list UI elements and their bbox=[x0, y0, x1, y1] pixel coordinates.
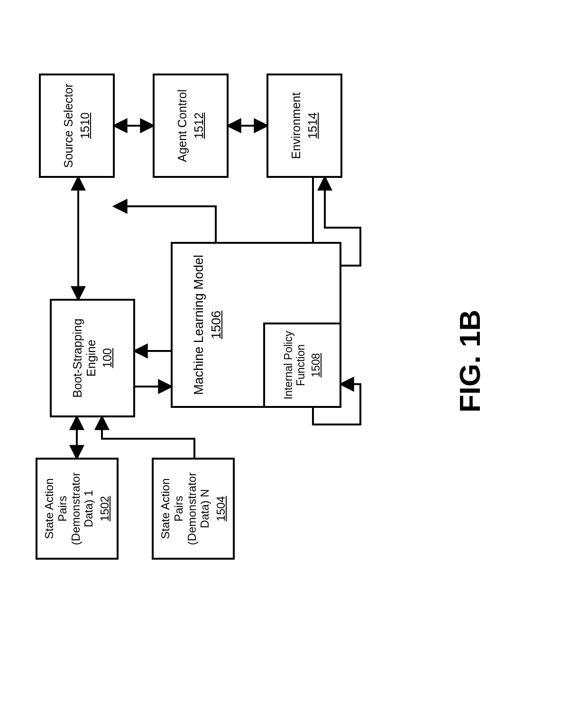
label-boot-strapping-engine: Boot-Strapping Engine bbox=[71, 305, 98, 411]
ref-environment: 1514 bbox=[306, 112, 320, 139]
ref-source-selector: 1510 bbox=[78, 112, 92, 139]
label-state-action-pairs-1: State Action Pairs (Demonstrator Data) 1 bbox=[43, 464, 95, 553]
label-machine-learning-model: Machine Learning Model bbox=[192, 255, 206, 395]
box-environment: Environment 1514 bbox=[266, 74, 342, 178]
box-state-action-pairs-n: State Action Pairs (Demonstrator Data) N… bbox=[152, 458, 235, 560]
box-machine-learning-model: Machine Learning Model 1506 Internal Pol… bbox=[171, 242, 341, 408]
diagram-canvas: State Action Pairs (Demonstrator Data) 1… bbox=[0, 0, 588, 710]
label-internal-policy-function: Internal Policy Function bbox=[282, 329, 307, 401]
box-agent-control: Agent Control 1512 bbox=[153, 74, 229, 178]
box-state-action-pairs-1: State Action Pairs (Demonstrator Data) 1… bbox=[36, 458, 119, 560]
ref-state-action-pairs-n: 1504 bbox=[214, 496, 228, 521]
ref-state-action-pairs-1: 1502 bbox=[98, 496, 111, 521]
label-source-selector: Source Selector bbox=[62, 83, 75, 168]
ref-boot-strapping-engine: 100 bbox=[101, 348, 114, 368]
label-environment: Environment bbox=[289, 92, 303, 159]
box-boot-strapping-engine: Boot-Strapping Engine 100 bbox=[50, 299, 135, 417]
figure-label: FIG. 1B bbox=[453, 310, 487, 413]
box-internal-policy-function: Internal Policy Function 1508 bbox=[263, 323, 341, 408]
label-agent-control: Agent Control bbox=[175, 90, 189, 162]
ref-machine-learning-model: 1506 bbox=[209, 311, 224, 339]
ref-internal-policy-function: 1508 bbox=[310, 353, 322, 377]
box-source-selector: Source Selector 1510 bbox=[39, 74, 115, 178]
label-state-action-pairs-n: State Action Pairs (Demonstrator Data) N bbox=[159, 464, 211, 553]
ref-agent-control: 1512 bbox=[192, 112, 206, 139]
